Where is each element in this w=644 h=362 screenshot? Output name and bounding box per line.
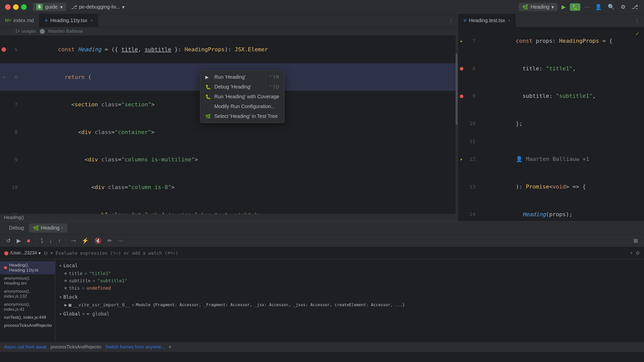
- menu-select-tree[interactable]: 🌿 Select 'Heading' in Test Tree: [200, 111, 284, 121]
- project-selector[interactable]: 6 guide ▾: [33, 3, 66, 11]
- block-variables-section: ▾ Block ▶ ▦ __vite_ssr_import_0__ = Modu…: [55, 293, 644, 308]
- thread-item-0[interactable]: Heading(), Heading.11ty.ts: [0, 261, 55, 274]
- bottom-panel: Debug 🌿 Heading × ↺ ▶ ■ ⤵ ↓ ↑ ⤏ ⚡ 🔇 ✏ ⋯ …: [0, 221, 644, 352]
- rerun-button[interactable]: ↺: [4, 237, 13, 245]
- menu-item1-shortcut: ⌃⇧R: [268, 74, 279, 80]
- menu-item5-label: Select 'Heading' in Test Tree: [214, 113, 279, 119]
- breakpoint-8[interactable]: ⬤: [460, 66, 464, 71]
- add-watch-icon[interactable]: +: [630, 250, 633, 256]
- tab-heading-11ty[interactable]: ⚛ Heading.11ty.tsx ×: [39, 14, 98, 27]
- git-icon[interactable]: ⎇: [631, 3, 639, 11]
- tsx-icon: ⚛: [44, 18, 48, 23]
- thread-label-0: Heading(), Heading.11ty.ts: [9, 263, 51, 273]
- search-icon[interactable]: 🔍: [607, 3, 616, 11]
- right-tabs-overflow[interactable]: ⋮: [630, 17, 644, 24]
- maximize-button[interactable]: [21, 4, 27, 10]
- menu-item1-label: Run 'Heading': [214, 74, 265, 80]
- debug-button[interactable]: 🐛: [570, 3, 580, 11]
- menu-item3-label: Run 'Heading' with Coverage: [214, 94, 279, 100]
- code-line-5: 5 const Heading = ({ title, subtitle }: …: [0, 36, 458, 63]
- resume-button[interactable]: ▶: [15, 237, 23, 245]
- menu-modify-config[interactable]: Modify Run Configuration...: [200, 102, 284, 111]
- thread-item-1[interactable]: anonymous(), Heading.tes: [0, 274, 55, 287]
- menu-item2-label: Debug 'Heading': [214, 84, 265, 90]
- switch-frames-link[interactable]: Switch frames from anywhe...: [105, 344, 165, 350]
- mute-breakpoints-button[interactable]: 🔇: [93, 237, 103, 245]
- var-subtitle-name: subtitle: [69, 278, 91, 283]
- close-button[interactable]: [5, 4, 11, 10]
- thread-label-5: processTicksAndRejectio: [4, 323, 52, 328]
- settings-expr-icon[interactable]: ⚙: [635, 250, 640, 256]
- filter-icon[interactable]: ⊟: [44, 250, 48, 256]
- step-into-button[interactable]: ↓: [47, 237, 54, 245]
- switch-frames-close[interactable]: ×: [169, 344, 172, 350]
- profile-icon[interactable]: 👤: [594, 3, 603, 11]
- thread-selector[interactable]: ⬤ /User...23234 ▾: [4, 250, 41, 256]
- global-section-header[interactable]: ▾ Global = = global: [55, 309, 644, 318]
- block-item-vite[interactable]: ▶ ▦ __vite_ssr_import_0__ = Module {Frag…: [55, 301, 644, 308]
- thread-label: /User...23234: [10, 250, 37, 256]
- right-code-editor[interactable]: ✓ ▶ 7 const props: HeadingProps = { ⬤ 8 …: [458, 27, 644, 221]
- code-line-10: 10 <div class="column is-8">: [0, 173, 458, 201]
- thread-item-5[interactable]: processTicksAndRejectio: [0, 322, 55, 330]
- menu-debug-heading[interactable]: 🐛 Debug 'Heading' ⌃⇧D: [200, 82, 284, 92]
- debug-tab[interactable]: Debug: [5, 223, 28, 232]
- expand-panel-button[interactable]: ⊞: [631, 237, 640, 245]
- step-out-button[interactable]: ↑: [56, 237, 63, 245]
- settings-icon[interactable]: ⚙: [620, 3, 627, 11]
- right-line-13: 13 ): Promise<void> => {: [458, 173, 644, 201]
- thread-dropdown-arrow: ▾: [38, 250, 41, 256]
- filter-dropdown[interactable]: ▾: [51, 251, 53, 255]
- more-debug-button[interactable]: ⋯: [116, 237, 126, 245]
- titlebar: 6 guide ▾ ⎇ pe-debugging-liv... ▾ 🌿 Head…: [0, 0, 644, 14]
- menu-run-coverage[interactable]: 🐛 Run 'Heading' with Coverage: [200, 92, 284, 102]
- thread-item-2[interactable]: anonymous(), index.js:132: [0, 287, 55, 300]
- var-this[interactable]: ⊕ this = undefined: [55, 284, 644, 292]
- heading-debug-close[interactable]: ×: [61, 226, 63, 230]
- author-label: Maarten Balliauw: [48, 29, 83, 34]
- left-tabs-bar: M+ index.md ⚛ Heading.11ty.tsx × ⋮: [0, 14, 458, 27]
- right-tabs-bar: ⚛ Heading.test.tsx × ⋮: [458, 14, 644, 27]
- right-line-num-13: 13: [465, 183, 479, 191]
- heading-run-config[interactable]: 🌿 Heading ▾: [519, 3, 557, 11]
- step-over-button[interactable]: ⤵: [38, 237, 45, 245]
- tab-heading-test[interactable]: ⚛ Heading.test.tsx ×: [458, 14, 516, 27]
- thread-item-3[interactable]: anonymous(), index.js:41: [0, 300, 55, 313]
- minimize-button[interactable]: [13, 4, 19, 10]
- var-subtitle[interactable]: ⊕ subtitle = "subtitle1": [55, 277, 644, 284]
- evaluate-button[interactable]: ⚡: [80, 237, 91, 245]
- block-section-header[interactable]: ▾ Block: [55, 293, 644, 301]
- tab-index-md[interactable]: M+ index.md: [0, 14, 39, 27]
- run-button[interactable]: ▶: [561, 4, 566, 10]
- tabs-overflow-menu[interactable]: ⋮: [444, 17, 458, 24]
- editor-scrollbar[interactable]: [456, 36, 458, 214]
- current-line-indicator: →: [3, 74, 5, 80]
- local-section-header[interactable]: ▾ Local: [55, 261, 644, 270]
- tab2-close-button[interactable]: ×: [90, 18, 93, 23]
- settings-debug-button[interactable]: ✏: [105, 237, 114, 245]
- var-this-val: undefined: [87, 285, 111, 291]
- left-code-editor[interactable]: 5 const Heading = ({ title, subtitle }: …: [0, 36, 458, 214]
- run-to-cursor-button[interactable]: ⤏: [69, 237, 78, 245]
- line-num-7: 7: [8, 101, 22, 109]
- more-button[interactable]: ⋯: [584, 4, 590, 10]
- tab-test-close[interactable]: ×: [508, 18, 510, 23]
- thread-label-2: anonymous(), index.js:132: [4, 289, 51, 299]
- var-title[interactable]: ⊕ title = "title1": [55, 270, 644, 277]
- menu-run-heading[interactable]: ▶ Run 'Heading' ⌃⇧R: [200, 72, 284, 82]
- breakpoint-9[interactable]: ⬤: [460, 93, 464, 99]
- line-content-11: <h1 class="mt-2 mb-4 is-size-1 has-text-…: [22, 201, 458, 214]
- breakpoint-5[interactable]: [2, 47, 6, 52]
- expression-input[interactable]: [56, 250, 627, 256]
- process-label: processTicksAndRejectio: [51, 344, 101, 350]
- var-title-name: title: [69, 271, 83, 276]
- line-num-11: 11: [8, 211, 22, 214]
- heading-icon: 🌿: [522, 4, 529, 10]
- thread-item-4[interactable]: runTest(), index.js:449: [0, 313, 55, 322]
- local-expand-arrow: ▾: [59, 263, 62, 268]
- async-call-link[interactable]: Async call from await: [4, 344, 47, 350]
- stop-debug-button[interactable]: ■: [25, 237, 32, 245]
- heading-debug-tab[interactable]: 🌿 Heading ×: [29, 223, 67, 233]
- scrollbar-thumb[interactable]: [456, 54, 458, 125]
- expression-bar: ⬤ /User...23234 ▾ ⊟ ▾ + ⚙: [0, 247, 644, 259]
